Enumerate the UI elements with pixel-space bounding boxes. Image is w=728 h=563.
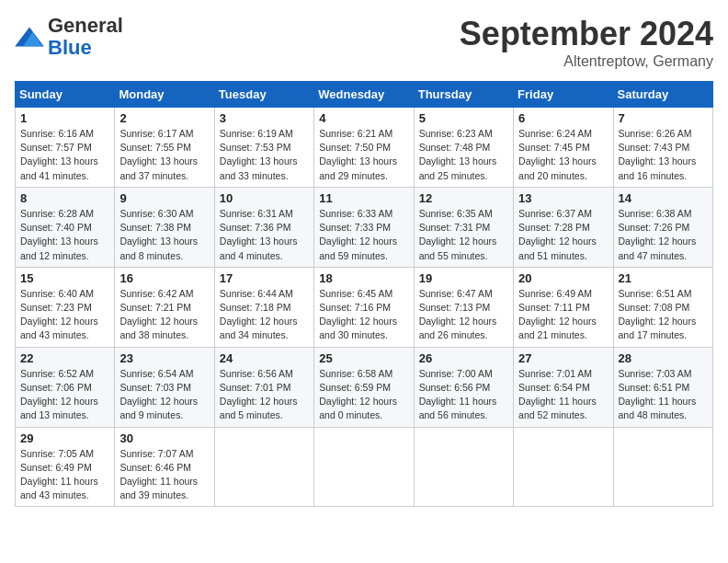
day-info: Sunrise: 6:28 AMSunset: 7:40 PMDaylight:… bbox=[20, 207, 109, 263]
col-header-wednesday: Wednesday bbox=[314, 82, 414, 108]
calendar-cell: 1Sunrise: 6:16 AMSunset: 7:57 PMDaylight… bbox=[16, 108, 115, 188]
day-info: Sunrise: 6:42 AMSunset: 7:21 PMDaylight:… bbox=[119, 287, 209, 343]
calendar-cell: 13Sunrise: 6:37 AMSunset: 7:28 PMDayligh… bbox=[514, 187, 613, 267]
title-block: September 2024 Altentreptow, Germany bbox=[460, 15, 713, 70]
day-number: 23 bbox=[119, 351, 209, 365]
calendar-cell: 22Sunrise: 6:52 AMSunset: 7:06 PMDayligh… bbox=[16, 347, 115, 427]
day-number: 18 bbox=[319, 271, 408, 285]
day-info: Sunrise: 6:37 AMSunset: 7:28 PMDaylight:… bbox=[518, 207, 608, 263]
calendar-cell bbox=[214, 427, 313, 507]
calendar-cell bbox=[613, 427, 712, 507]
day-number: 24 bbox=[220, 351, 309, 365]
day-number: 30 bbox=[119, 431, 209, 445]
col-header-saturday: Saturday bbox=[613, 82, 712, 108]
day-info: Sunrise: 7:00 AMSunset: 6:56 PMDaylight:… bbox=[419, 367, 508, 423]
calendar-cell: 25Sunrise: 6:58 AMSunset: 6:59 PMDayligh… bbox=[314, 347, 414, 427]
col-header-tuesday: Tuesday bbox=[214, 82, 313, 108]
day-number: 7 bbox=[619, 111, 708, 125]
calendar-cell: 19Sunrise: 6:47 AMSunset: 7:13 PMDayligh… bbox=[414, 267, 513, 347]
day-number: 9 bbox=[119, 191, 209, 205]
day-info: Sunrise: 6:38 AMSunset: 7:26 PMDaylight:… bbox=[619, 207, 708, 263]
day-info: Sunrise: 6:17 AMSunset: 7:55 PMDaylight:… bbox=[119, 127, 209, 183]
day-info: Sunrise: 6:52 AMSunset: 7:06 PMDaylight:… bbox=[20, 367, 109, 423]
calendar-week-2: 8Sunrise: 6:28 AMSunset: 7:40 PMDaylight… bbox=[16, 187, 713, 267]
day-info: Sunrise: 6:16 AMSunset: 7:57 PMDaylight:… bbox=[20, 127, 109, 183]
calendar-cell: 30Sunrise: 7:07 AMSunset: 6:46 PMDayligh… bbox=[115, 427, 214, 507]
calendar-cell: 12Sunrise: 6:35 AMSunset: 7:31 PMDayligh… bbox=[414, 187, 513, 267]
day-info: Sunrise: 6:23 AMSunset: 7:48 PMDaylight:… bbox=[419, 127, 508, 183]
day-number: 8 bbox=[20, 191, 109, 205]
calendar-cell: 20Sunrise: 6:49 AMSunset: 7:11 PMDayligh… bbox=[514, 267, 613, 347]
col-header-thursday: Thursday bbox=[414, 82, 513, 108]
day-number: 17 bbox=[220, 271, 309, 285]
calendar-cell: 4Sunrise: 6:21 AMSunset: 7:50 PMDaylight… bbox=[314, 108, 414, 188]
day-info: Sunrise: 6:35 AMSunset: 7:31 PMDaylight:… bbox=[419, 207, 508, 263]
month-title: September 2024 bbox=[460, 15, 713, 53]
day-number: 12 bbox=[419, 191, 508, 205]
col-header-monday: Monday bbox=[115, 82, 214, 108]
day-number: 13 bbox=[518, 191, 608, 205]
calendar-cell: 6Sunrise: 6:24 AMSunset: 7:45 PMDaylight… bbox=[514, 108, 613, 188]
calendar-cell: 2Sunrise: 6:17 AMSunset: 7:55 PMDaylight… bbox=[115, 108, 214, 188]
day-info: Sunrise: 7:01 AMSunset: 6:54 PMDaylight:… bbox=[518, 367, 608, 423]
day-number: 28 bbox=[619, 351, 708, 365]
location-subtitle: Altentreptow, Germany bbox=[460, 53, 713, 70]
calendar-cell: 26Sunrise: 7:00 AMSunset: 6:56 PMDayligh… bbox=[414, 347, 513, 427]
calendar-cell: 27Sunrise: 7:01 AMSunset: 6:54 PMDayligh… bbox=[514, 347, 613, 427]
day-info: Sunrise: 6:49 AMSunset: 7:11 PMDaylight:… bbox=[518, 287, 608, 343]
calendar-week-4: 22Sunrise: 6:52 AMSunset: 7:06 PMDayligh… bbox=[16, 347, 713, 427]
day-number: 2 bbox=[119, 111, 209, 125]
day-info: Sunrise: 6:26 AMSunset: 7:43 PMDaylight:… bbox=[619, 127, 708, 183]
day-number: 6 bbox=[518, 111, 608, 125]
calendar-cell bbox=[514, 427, 613, 507]
day-number: 14 bbox=[619, 191, 708, 205]
logo-icon bbox=[15, 24, 44, 50]
day-number: 15 bbox=[20, 271, 109, 285]
day-info: Sunrise: 6:30 AMSunset: 7:38 PMDaylight:… bbox=[119, 207, 209, 263]
day-info: Sunrise: 6:51 AMSunset: 7:08 PMDaylight:… bbox=[619, 287, 708, 343]
day-number: 25 bbox=[319, 351, 408, 365]
calendar-week-1: 1Sunrise: 6:16 AMSunset: 7:57 PMDaylight… bbox=[16, 108, 713, 188]
calendar-cell: 14Sunrise: 6:38 AMSunset: 7:26 PMDayligh… bbox=[613, 187, 712, 267]
day-number: 16 bbox=[119, 271, 209, 285]
calendar-cell: 18Sunrise: 6:45 AMSunset: 7:16 PMDayligh… bbox=[314, 267, 414, 347]
calendar-cell: 23Sunrise: 6:54 AMSunset: 7:03 PMDayligh… bbox=[115, 347, 214, 427]
day-info: Sunrise: 6:19 AMSunset: 7:53 PMDaylight:… bbox=[220, 127, 309, 183]
calendar-cell: 9Sunrise: 6:30 AMSunset: 7:38 PMDaylight… bbox=[115, 187, 214, 267]
calendar-cell: 3Sunrise: 6:19 AMSunset: 7:53 PMDaylight… bbox=[214, 108, 313, 188]
day-info: Sunrise: 6:40 AMSunset: 7:23 PMDaylight:… bbox=[20, 287, 109, 343]
calendar-cell: 5Sunrise: 6:23 AMSunset: 7:48 PMDaylight… bbox=[414, 108, 513, 188]
day-info: Sunrise: 6:45 AMSunset: 7:16 PMDaylight:… bbox=[319, 287, 408, 343]
calendar-cell: 8Sunrise: 6:28 AMSunset: 7:40 PMDaylight… bbox=[16, 187, 115, 267]
day-info: Sunrise: 6:54 AMSunset: 7:03 PMDaylight:… bbox=[119, 367, 209, 423]
day-number: 3 bbox=[220, 111, 309, 125]
day-number: 5 bbox=[419, 111, 508, 125]
day-info: Sunrise: 6:31 AMSunset: 7:36 PMDaylight:… bbox=[220, 207, 309, 263]
day-info: Sunrise: 7:05 AMSunset: 6:49 PMDaylight:… bbox=[20, 447, 109, 503]
day-info: Sunrise: 7:03 AMSunset: 6:51 PMDaylight:… bbox=[619, 367, 708, 423]
day-info: Sunrise: 6:58 AMSunset: 6:59 PMDaylight:… bbox=[319, 367, 408, 423]
calendar-cell bbox=[414, 427, 513, 507]
day-info: Sunrise: 6:47 AMSunset: 7:13 PMDaylight:… bbox=[419, 287, 508, 343]
day-number: 29 bbox=[20, 431, 109, 445]
day-info: Sunrise: 6:44 AMSunset: 7:18 PMDaylight:… bbox=[220, 287, 309, 343]
calendar-week-3: 15Sunrise: 6:40 AMSunset: 7:23 PMDayligh… bbox=[16, 267, 713, 347]
day-number: 22 bbox=[20, 351, 109, 365]
day-info: Sunrise: 6:56 AMSunset: 7:01 PMDaylight:… bbox=[220, 367, 309, 423]
calendar-cell: 15Sunrise: 6:40 AMSunset: 7:23 PMDayligh… bbox=[16, 267, 115, 347]
logo: General Blue bbox=[15, 15, 123, 59]
col-header-sunday: Sunday bbox=[16, 82, 115, 108]
col-header-friday: Friday bbox=[514, 82, 613, 108]
day-info: Sunrise: 7:07 AMSunset: 6:46 PMDaylight:… bbox=[119, 447, 209, 503]
calendar-cell: 24Sunrise: 6:56 AMSunset: 7:01 PMDayligh… bbox=[214, 347, 313, 427]
logo-text: General Blue bbox=[48, 15, 123, 59]
day-number: 20 bbox=[518, 271, 608, 285]
calendar-cell: 29Sunrise: 7:05 AMSunset: 6:49 PMDayligh… bbox=[16, 427, 115, 507]
day-number: 21 bbox=[619, 271, 708, 285]
calendar-cell bbox=[314, 427, 414, 507]
day-number: 10 bbox=[220, 191, 309, 205]
day-number: 4 bbox=[319, 111, 408, 125]
calendar-cell: 10Sunrise: 6:31 AMSunset: 7:36 PMDayligh… bbox=[214, 187, 313, 267]
day-info: Sunrise: 6:21 AMSunset: 7:50 PMDaylight:… bbox=[319, 127, 408, 183]
day-number: 27 bbox=[518, 351, 608, 365]
